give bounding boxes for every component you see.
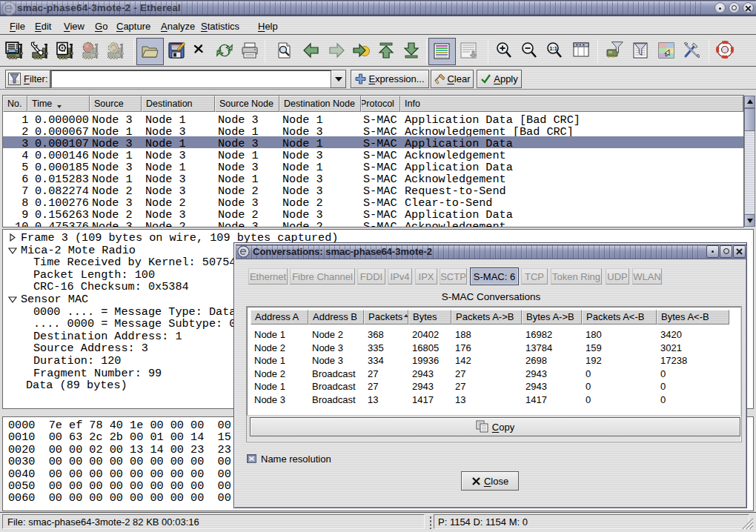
svg-text:1:1: 1:1 bbox=[549, 45, 557, 52]
